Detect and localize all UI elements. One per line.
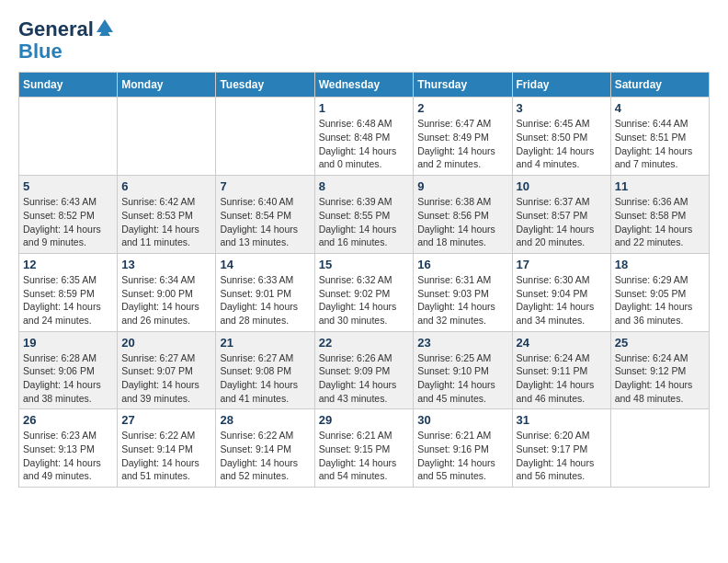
day-cell — [19, 98, 118, 176]
day-cell: 12Sunrise: 6:35 AM Sunset: 8:59 PM Dayli… — [19, 253, 118, 331]
day-number: 14 — [220, 258, 310, 271]
day-info: Sunrise: 6:31 AM Sunset: 9:03 PM Dayligh… — [417, 273, 507, 327]
day-number: 13 — [121, 258, 211, 271]
day-cell: 1Sunrise: 6:48 AM Sunset: 8:48 PM Daylig… — [314, 98, 414, 176]
day-info: Sunrise: 6:38 AM Sunset: 8:56 PM Dayligh… — [417, 195, 507, 249]
day-cell: 11Sunrise: 6:36 AM Sunset: 8:58 PM Dayli… — [610, 176, 709, 254]
day-info: Sunrise: 6:35 AM Sunset: 8:59 PM Dayligh… — [23, 273, 113, 327]
day-cell: 27Sunrise: 6:22 AM Sunset: 9:14 PM Dayli… — [118, 409, 216, 488]
day-info: Sunrise: 6:34 AM Sunset: 9:00 PM Dayligh… — [121, 273, 211, 327]
week-row-2: 5Sunrise: 6:43 AM Sunset: 8:52 PM Daylig… — [19, 176, 710, 254]
day-number: 25 — [615, 336, 705, 350]
day-cell: 3Sunrise: 6:45 AM Sunset: 8:50 PM Daylig… — [512, 98, 610, 176]
day-info: Sunrise: 6:26 AM Sunset: 9:09 PM Dayligh… — [319, 351, 410, 406]
day-number: 29 — [319, 413, 410, 427]
day-cell: 21Sunrise: 6:27 AM Sunset: 9:08 PM Dayli… — [216, 331, 314, 409]
day-cell: 30Sunrise: 6:21 AM Sunset: 9:16 PM Dayli… — [414, 409, 512, 488]
day-number: 15 — [319, 258, 410, 271]
day-info: Sunrise: 6:21 AM Sunset: 9:15 PM Dayligh… — [319, 429, 410, 483]
day-cell: 9Sunrise: 6:38 AM Sunset: 8:56 PM Daylig… — [414, 176, 512, 254]
day-info: Sunrise: 6:44 AM Sunset: 8:51 PM Dayligh… — [615, 117, 705, 171]
day-cell — [610, 409, 709, 488]
day-number: 16 — [417, 258, 507, 271]
day-number: 11 — [615, 179, 705, 193]
day-number: 12 — [23, 258, 113, 271]
day-cell: 6Sunrise: 6:42 AM Sunset: 8:53 PM Daylig… — [118, 176, 216, 254]
day-info: Sunrise: 6:39 AM Sunset: 8:55 PM Dayligh… — [319, 195, 410, 249]
day-cell: 24Sunrise: 6:24 AM Sunset: 9:11 PM Dayli… — [512, 331, 610, 409]
day-cell: 14Sunrise: 6:33 AM Sunset: 9:01 PM Dayli… — [216, 253, 314, 331]
day-number: 26 — [23, 413, 113, 427]
day-info: Sunrise: 6:48 AM Sunset: 8:48 PM Dayligh… — [319, 117, 410, 171]
header-monday: Monday — [118, 73, 216, 98]
week-row-5: 26Sunrise: 6:23 AM Sunset: 9:13 PM Dayli… — [19, 409, 710, 488]
day-cell: 15Sunrise: 6:32 AM Sunset: 9:02 PM Dayli… — [314, 253, 414, 331]
calendar-header-row: SundayMondayTuesdayWednesdayThursdayFrid… — [19, 73, 710, 98]
day-info: Sunrise: 6:25 AM Sunset: 9:10 PM Dayligh… — [417, 351, 507, 406]
header-tuesday: Tuesday — [216, 73, 314, 98]
day-number: 7 — [220, 179, 310, 193]
day-info: Sunrise: 6:36 AM Sunset: 8:58 PM Dayligh… — [615, 195, 705, 249]
day-cell: 29Sunrise: 6:21 AM Sunset: 9:15 PM Dayli… — [314, 409, 414, 488]
logo-blue-text: Blue — [18, 40, 63, 63]
day-info: Sunrise: 6:45 AM Sunset: 8:50 PM Dayligh… — [517, 117, 607, 171]
day-number: 24 — [517, 336, 607, 350]
day-number: 18 — [615, 258, 705, 271]
day-info: Sunrise: 6:30 AM Sunset: 9:04 PM Dayligh… — [517, 273, 607, 327]
day-info: Sunrise: 6:42 AM Sunset: 8:53 PM Dayligh… — [121, 195, 211, 249]
header-wednesday: Wednesday — [314, 73, 414, 98]
day-info: Sunrise: 6:40 AM Sunset: 8:54 PM Dayligh… — [220, 195, 310, 249]
logo-icon — [97, 19, 113, 36]
day-cell: 25Sunrise: 6:24 AM Sunset: 9:12 PM Dayli… — [610, 331, 709, 409]
day-cell: 5Sunrise: 6:43 AM Sunset: 8:52 PM Daylig… — [19, 176, 118, 254]
week-row-3: 12Sunrise: 6:35 AM Sunset: 8:59 PM Dayli… — [19, 253, 710, 331]
day-info: Sunrise: 6:24 AM Sunset: 9:11 PM Dayligh… — [517, 351, 607, 406]
day-cell: 2Sunrise: 6:47 AM Sunset: 8:49 PM Daylig… — [414, 98, 512, 176]
day-number: 10 — [517, 179, 607, 193]
day-info: Sunrise: 6:47 AM Sunset: 8:49 PM Dayligh… — [417, 117, 507, 171]
logo: General Blue — [18, 18, 113, 63]
day-info: Sunrise: 6:20 AM Sunset: 9:17 PM Dayligh… — [517, 429, 607, 483]
day-number: 2 — [417, 101, 507, 115]
day-number: 6 — [121, 179, 211, 193]
day-cell: 7Sunrise: 6:40 AM Sunset: 8:54 PM Daylig… — [216, 176, 314, 254]
day-info: Sunrise: 6:24 AM Sunset: 9:12 PM Dayligh… — [615, 351, 705, 406]
day-cell: 20Sunrise: 6:27 AM Sunset: 9:07 PM Dayli… — [118, 331, 216, 409]
day-info: Sunrise: 6:23 AM Sunset: 9:13 PM Dayligh… — [23, 429, 113, 483]
header-sunday: Sunday — [19, 73, 118, 98]
page-header: General Blue — [18, 18, 710, 63]
header-saturday: Saturday — [610, 73, 709, 98]
day-number: 5 — [23, 179, 113, 193]
day-number: 28 — [220, 413, 310, 427]
day-number: 22 — [319, 336, 410, 350]
day-info: Sunrise: 6:21 AM Sunset: 9:16 PM Dayligh… — [417, 429, 507, 483]
day-info: Sunrise: 6:43 AM Sunset: 8:52 PM Dayligh… — [23, 195, 113, 249]
day-number: 8 — [319, 179, 410, 193]
day-number: 27 — [121, 413, 211, 427]
logo-general-text: General — [18, 18, 94, 40]
day-cell — [118, 98, 216, 176]
day-info: Sunrise: 6:32 AM Sunset: 9:02 PM Dayligh… — [319, 273, 410, 327]
day-info: Sunrise: 6:27 AM Sunset: 9:07 PM Dayligh… — [121, 351, 211, 406]
day-cell: 23Sunrise: 6:25 AM Sunset: 9:10 PM Dayli… — [414, 331, 512, 409]
day-number: 4 — [615, 101, 705, 115]
week-row-4: 19Sunrise: 6:28 AM Sunset: 9:06 PM Dayli… — [19, 331, 710, 409]
day-number: 17 — [517, 258, 607, 271]
day-cell: 26Sunrise: 6:23 AM Sunset: 9:13 PM Dayli… — [19, 409, 118, 488]
day-cell — [216, 98, 314, 176]
day-cell: 17Sunrise: 6:30 AM Sunset: 9:04 PM Dayli… — [512, 253, 610, 331]
day-number: 21 — [220, 336, 310, 350]
calendar-table: SundayMondayTuesdayWednesdayThursdayFrid… — [18, 72, 710, 488]
day-info: Sunrise: 6:37 AM Sunset: 8:57 PM Dayligh… — [517, 195, 607, 249]
day-cell: 19Sunrise: 6:28 AM Sunset: 9:06 PM Dayli… — [19, 331, 118, 409]
day-info: Sunrise: 6:33 AM Sunset: 9:01 PM Dayligh… — [220, 273, 310, 327]
day-number: 20 — [121, 336, 211, 350]
day-info: Sunrise: 6:28 AM Sunset: 9:06 PM Dayligh… — [23, 351, 113, 406]
day-info: Sunrise: 6:22 AM Sunset: 9:14 PM Dayligh… — [220, 429, 310, 483]
day-cell: 22Sunrise: 6:26 AM Sunset: 9:09 PM Dayli… — [314, 331, 414, 409]
day-number: 1 — [319, 101, 410, 115]
day-cell: 31Sunrise: 6:20 AM Sunset: 9:17 PM Dayli… — [512, 409, 610, 488]
day-cell: 18Sunrise: 6:29 AM Sunset: 9:05 PM Dayli… — [610, 253, 709, 331]
day-cell: 4Sunrise: 6:44 AM Sunset: 8:51 PM Daylig… — [610, 98, 709, 176]
day-info: Sunrise: 6:29 AM Sunset: 9:05 PM Dayligh… — [615, 273, 705, 327]
